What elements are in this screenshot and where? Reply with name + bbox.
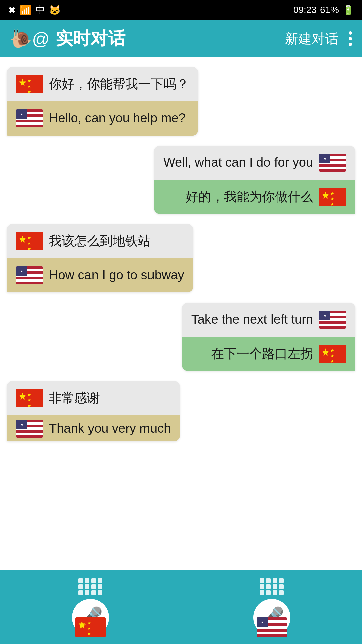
msg5-bottom-text: Thank you very much (49, 420, 171, 437)
status-battery-icon: 🔋 (342, 5, 354, 16)
status-left: ✖ 📶 中 🐱 (8, 4, 61, 16)
bubble-left-1[interactable]: ★ ★ ★ ★ ★ 你好，你能帮我一下吗？ (7, 67, 198, 136)
left-bottom-flag-cn: ★ ★ ★ ★ ★ (75, 617, 106, 639)
bubble-row-top-1: ★ ★ ★ ★ ★ 你好，你能帮我一下吗？ (7, 67, 198, 101)
msg4-top-text: Take the next left turn (191, 311, 313, 328)
flag-us-1 (16, 109, 43, 127)
bubble-left-3[interactable]: ★ ★ ★ ★ ★ 我该怎么到地铁站 (7, 224, 193, 292)
flag-cn-2: ★ ★ ★ ★ ★ (319, 188, 346, 206)
flag-us-4 (319, 311, 346, 329)
bubble-right-4[interactable]: Take the next left turn 在下一个路口左拐 (182, 303, 355, 371)
flag-us-5 (16, 420, 43, 438)
msg4-bottom-text: 在下一个路口左拐 (211, 345, 313, 362)
header: 🐌@ 实时对话 新建对话 (0, 20, 362, 57)
bottom-right: 🎤 (181, 570, 362, 644)
app-title: 实时对话 (56, 27, 285, 50)
left-keyboard-icon[interactable] (78, 578, 103, 595)
bubble-row-bottom-5: Thank you very much (7, 415, 180, 441)
bottom-bar: 🎤 ★ ★ ★ ★ ★ 🎤 (0, 570, 362, 644)
status-sim-icon: ✖ (8, 5, 16, 16)
msg2-bottom-text: 好的，我能为你做什么 (186, 189, 313, 205)
bubble-left-5[interactable]: ★ ★ ★ ★ ★ 非常感谢 (7, 381, 180, 441)
flag-us-2 (319, 154, 346, 172)
menu-button[interactable] (349, 31, 352, 46)
message-4: Take the next left turn 在下一个路口左拐 (182, 303, 355, 371)
menu-dot-1 (349, 31, 352, 35)
bubble-row-top-2: Well, what can I do for you (154, 146, 355, 180)
chat-area: ★ ★ ★ ★ ★ 你好，你能帮我一下吗？ (0, 57, 362, 570)
status-signal-icon: 中 (36, 4, 45, 16)
flag-cn-5: ★ ★ ★ ★ ★ (16, 389, 43, 407)
new-chat-button[interactable]: 新建对话 (285, 30, 339, 48)
bubble-row-bottom-1: Hello, can you help me? (7, 101, 198, 136)
bubble-row-bottom-3: How can I go to subway (7, 258, 193, 292)
app-logo: 🐌@ (10, 29, 50, 49)
menu-dot-2 (349, 37, 352, 40)
msg1-bottom-text: Hello, can you help me? (49, 110, 186, 126)
flag-cn-1: ★ ★ ★ ★ ★ (16, 75, 43, 93)
flag-cn-4: ★ ★ ★ ★ ★ (319, 345, 346, 363)
msg3-bottom-text: How can I go to subway (49, 267, 184, 283)
flag-cn-3: ★ ★ ★ ★ ★ (16, 232, 43, 250)
message-1: ★ ★ ★ ★ ★ 你好，你能帮我一下吗？ (7, 67, 215, 136)
status-right: 09:23 61% 🔋 (293, 5, 354, 16)
msg5-top-text: 非常感谢 (49, 390, 100, 406)
right-keyboard-icon[interactable] (260, 578, 284, 595)
bubble-row-top-4: Take the next left turn (182, 303, 355, 337)
bubble-row-top-5: ★ ★ ★ ★ ★ 非常感谢 (7, 381, 180, 415)
message-5: ★ ★ ★ ★ ★ 非常感谢 (7, 381, 215, 441)
bubble-row-bottom-4: 在下一个路口左拐 ★ ★ ★ ★ ★ (182, 337, 355, 371)
status-wifi-icon: 📶 (20, 5, 32, 16)
menu-dot-3 (349, 43, 352, 46)
status-extra-icon: 🐱 (49, 5, 61, 16)
message-3: ★ ★ ★ ★ ★ 我该怎么到地铁站 (7, 224, 215, 292)
bubble-right-2[interactable]: Well, what can I do for you 好的，我能为你做 (154, 146, 355, 214)
right-bottom-flag-us (257, 617, 287, 639)
msg2-top-text: Well, what can I do for you (163, 154, 313, 171)
bubble-row-bottom-2: 好的，我能为你做什么 ★ ★ ★ ★ ★ (154, 180, 355, 214)
status-battery-pct: 61% (320, 5, 339, 15)
flag-us-3 (16, 266, 43, 284)
message-2: Well, what can I do for you 好的，我能为你做 (154, 146, 355, 214)
status-time: 09:23 (293, 5, 317, 15)
bubble-row-top-3: ★ ★ ★ ★ ★ 我该怎么到地铁站 (7, 224, 193, 258)
status-bar: ✖ 📶 中 🐱 09:23 61% 🔋 (0, 0, 362, 20)
msg3-top-text: 我该怎么到地铁站 (49, 233, 151, 249)
bottom-left: 🎤 ★ ★ ★ ★ ★ (0, 570, 181, 644)
msg1-top-text: 你好，你能帮我一下吗？ (49, 76, 189, 92)
